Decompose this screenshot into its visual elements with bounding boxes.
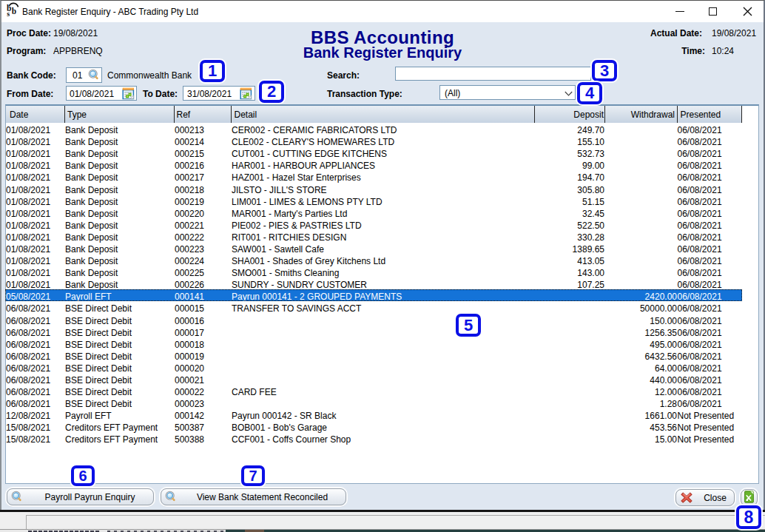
svg-text:s: s [7, 10, 10, 17]
svg-text:b: b [12, 7, 16, 16]
